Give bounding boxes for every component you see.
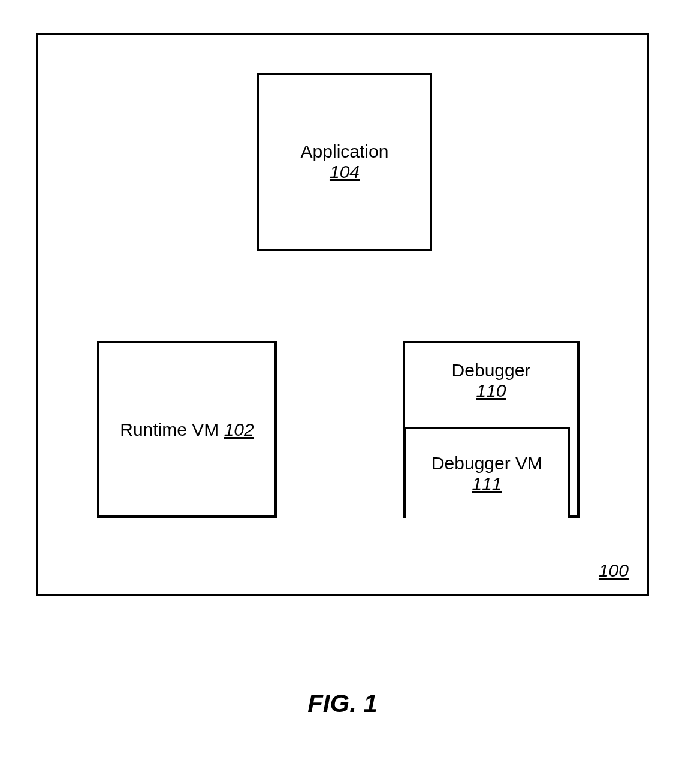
runtime-vm-box: Runtime VM 102: [97, 341, 277, 518]
runtime-vm-label: Runtime VM: [120, 420, 219, 439]
runtime-vm-row: Runtime VM 102: [120, 420, 254, 440]
figure-caption: FIG. 1: [0, 689, 685, 718]
debugger-ref: 110: [452, 381, 531, 401]
debugger-vm-label: Debugger VM: [431, 453, 542, 474]
runtime-vm-ref: 102: [224, 420, 254, 439]
debugger-label: Debugger: [452, 360, 531, 381]
application-ref: 104: [330, 162, 360, 182]
debugger-header: Debugger 110: [452, 360, 531, 401]
application-label: Application: [301, 141, 389, 162]
container-ref: 100: [599, 560, 629, 581]
debugger-vm-ref: 111: [472, 474, 502, 494]
debugger-vm-box: Debugger VM 111: [404, 427, 570, 518]
application-box: Application 104: [257, 73, 432, 251]
system-container: Application 104 Runtime VM 102 Debugger …: [36, 33, 649, 596]
